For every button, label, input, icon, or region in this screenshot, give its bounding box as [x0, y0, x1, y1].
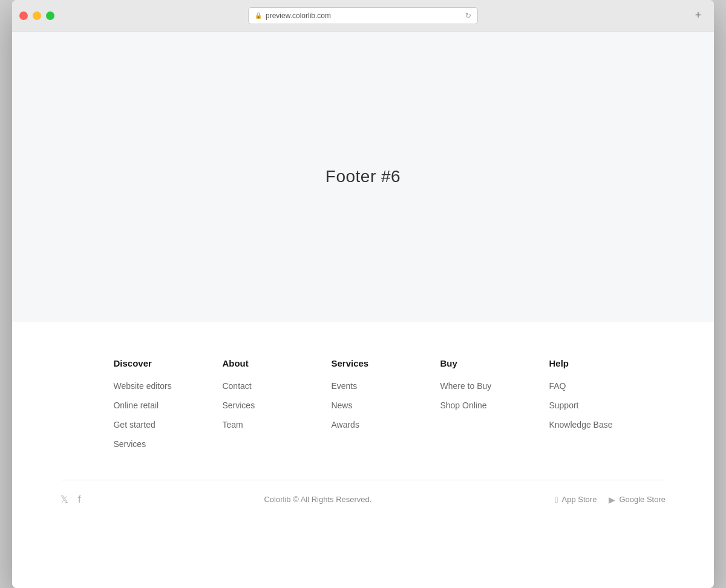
- list-item: Contact: [222, 381, 283, 391]
- list-item: Awards: [331, 419, 391, 430]
- google-store-label: Google Store: [619, 495, 666, 504]
- address-bar[interactable]: 🔒 preview.colorlib.com ↻: [248, 7, 478, 24]
- apple-icon: : [555, 495, 558, 505]
- store-links:  App Store ▶ Google Store: [555, 495, 666, 505]
- footer-heading-buy: Buy: [440, 358, 500, 368]
- link-knowledge-base[interactable]: Knowledge Base: [549, 420, 612, 430]
- lock-icon: 🔒: [255, 12, 262, 19]
- twitter-icon[interactable]: 𝕏: [60, 494, 68, 505]
- footer-col-discover: Discover Website editors Online retail G…: [113, 358, 174, 449]
- link-online-retail[interactable]: Online retail: [113, 400, 159, 410]
- minimize-button[interactable]: [33, 11, 41, 20]
- main-section: Footer #6: [12, 31, 714, 322]
- list-item: Shop Online: [440, 400, 500, 411]
- footer-nav: Discover Website editors Online retail G…: [12, 358, 714, 480]
- link-faq[interactable]: FAQ: [549, 381, 566, 391]
- link-news[interactable]: News: [331, 400, 352, 410]
- footer: Discover Website editors Online retail G…: [12, 322, 714, 523]
- footer-links-services: Events News Awards: [331, 381, 391, 430]
- list-item: Get started: [113, 419, 174, 430]
- browser-content: Footer #6 Discover Website editors Onlin…: [12, 31, 714, 588]
- list-item: News: [331, 400, 391, 411]
- link-support[interactable]: Support: [549, 400, 578, 410]
- maximize-button[interactable]: [46, 11, 54, 20]
- browser-buttons: [19, 11, 54, 20]
- google-store-link[interactable]: ▶ Google Store: [609, 495, 666, 505]
- footer-col-help: Help FAQ Support Knowledge Base: [549, 358, 612, 449]
- list-item: Services: [222, 400, 283, 411]
- link-where-to-buy[interactable]: Where to Buy: [440, 381, 491, 391]
- list-item: Events: [331, 381, 391, 391]
- address-text: preview.colorlib.com: [266, 11, 462, 20]
- page-title: Footer #6: [325, 167, 401, 186]
- list-item: Team: [222, 419, 283, 430]
- footer-heading-services: Services: [331, 358, 391, 368]
- footer-heading-about: About: [222, 358, 283, 368]
- link-services-discover[interactable]: Services: [113, 439, 146, 449]
- link-team[interactable]: Team: [222, 420, 243, 430]
- app-store-link[interactable]:  App Store: [555, 495, 597, 505]
- list-item: Website editors: [113, 381, 174, 391]
- footer-heading-discover: Discover: [113, 358, 174, 368]
- close-button[interactable]: [19, 11, 28, 20]
- list-item: Services: [113, 439, 174, 449]
- footer-col-about: About Contact Services Team: [222, 358, 283, 449]
- footer-links-about: Contact Services Team: [222, 381, 283, 430]
- footer-links-help: FAQ Support Knowledge Base: [549, 381, 612, 430]
- list-item: Online retail: [113, 400, 174, 411]
- link-shop-online[interactable]: Shop Online: [440, 400, 486, 410]
- link-get-started[interactable]: Get started: [113, 420, 155, 430]
- list-item: FAQ: [549, 381, 612, 391]
- list-item: Support: [549, 400, 612, 411]
- play-icon: ▶: [609, 495, 615, 505]
- footer-bottom: 𝕏 f Colorlib © All Rights Reserved.  Ap…: [12, 480, 714, 523]
- new-tab-button[interactable]: +: [690, 7, 707, 24]
- list-item: Where to Buy: [440, 381, 500, 391]
- browser-titlebar: 🔒 preview.colorlib.com ↻ +: [12, 0, 714, 31]
- app-store-label: App Store: [562, 495, 597, 504]
- copyright-text: Colorlib © All Rights Reserved.: [264, 495, 371, 504]
- facebook-icon[interactable]: f: [78, 494, 80, 505]
- refresh-icon[interactable]: ↻: [465, 11, 471, 20]
- footer-col-buy: Buy Where to Buy Shop Online: [440, 358, 500, 449]
- social-links: 𝕏 f: [60, 494, 80, 505]
- link-website-editors[interactable]: Website editors: [113, 381, 171, 391]
- list-item: Knowledge Base: [549, 419, 612, 430]
- footer-links-discover: Website editors Online retail Get starte…: [113, 381, 174, 449]
- link-services-about[interactable]: Services: [222, 400, 255, 410]
- link-events[interactable]: Events: [331, 381, 357, 391]
- footer-col-services: Services Events News Awards: [331, 358, 391, 449]
- footer-links-buy: Where to Buy Shop Online: [440, 381, 500, 411]
- footer-heading-help: Help: [549, 358, 612, 368]
- link-contact[interactable]: Contact: [222, 381, 251, 391]
- browser-window: 🔒 preview.colorlib.com ↻ + Footer #6 Dis…: [12, 0, 714, 588]
- link-awards[interactable]: Awards: [331, 420, 359, 430]
